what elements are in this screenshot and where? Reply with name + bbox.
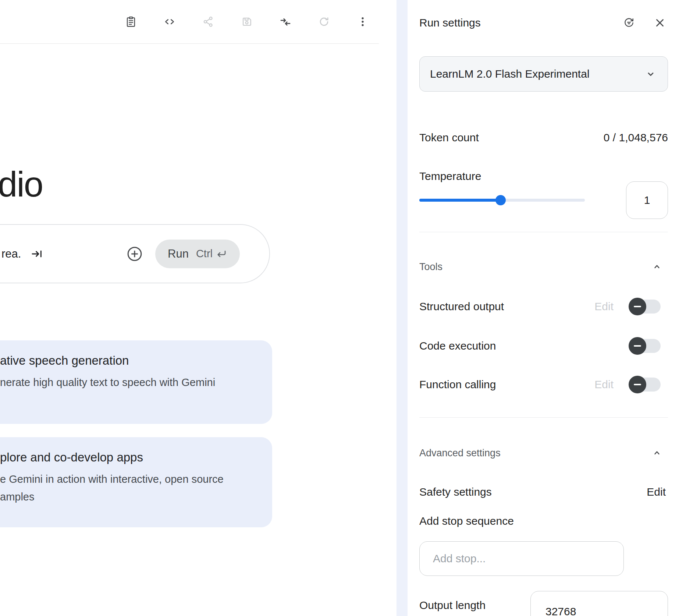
token-count-label: Token count (419, 131, 479, 144)
run-shortcut: Ctrl (196, 248, 227, 260)
toggle-knob-off-icon (629, 376, 646, 393)
divider (419, 232, 668, 232)
function-calling-label: Function calling (419, 378, 496, 391)
chevron-down-icon (644, 67, 657, 81)
safety-settings-edit-button[interactable]: Edit (647, 486, 666, 498)
enter-key-icon (216, 248, 227, 260)
temperature-value-input[interactable] (626, 181, 668, 219)
stop-sequence-label-row: Add stop sequence (419, 511, 668, 531)
run-button-label: Run (168, 247, 189, 261)
main-area: dio rea. Run Ctrl ative speech generatio… (0, 0, 397, 616)
temperature-slider[interactable] (419, 181, 585, 219)
card-description-line: e Gemini in action with interactive, ope… (0, 470, 257, 488)
code-execution-label: Code execution (419, 340, 496, 352)
safety-settings-label: Safety settings (419, 486, 492, 498)
temperature-label: Temperature (419, 170, 481, 183)
main-toolbar (0, 0, 379, 44)
chevron-up-icon (651, 447, 663, 459)
stop-sequence-label: Add stop sequence (419, 515, 514, 527)
card-description-line: amples (0, 488, 257, 506)
structured-output-row: Structured output Edit (419, 297, 668, 316)
reset-settings-icon[interactable] (621, 15, 637, 31)
chevron-up-icon (651, 261, 663, 273)
card-title: ative speech generation (0, 354, 257, 368)
slider-fill (419, 199, 501, 202)
structured-output-edit-button: Edit (594, 300, 614, 313)
model-selector[interactable]: LearnLM 2.0 Flash Experimental (419, 56, 668, 92)
token-count-value: 0 / 1,048,576 (604, 131, 668, 144)
model-selector-value: LearnLM 2.0 Flash Experimental (430, 68, 590, 80)
plus-circle-icon (126, 245, 143, 262)
prompt-placeholder-fragment: rea. (1, 247, 43, 261)
stop-sequence-input[interactable] (419, 541, 624, 576)
prompt-input[interactable]: rea. Run Ctrl (0, 224, 270, 283)
card-title: plore and co-develop apps (0, 450, 257, 464)
structured-output-label: Structured output (419, 300, 504, 313)
tab-key-icon (31, 248, 43, 260)
safety-settings-row: Safety settings Edit (419, 482, 668, 502)
clipboard-icon[interactable] (124, 14, 138, 29)
code-execution-toggle[interactable] (630, 339, 661, 353)
token-count-row: Token count 0 / 1,048,576 (419, 127, 668, 148)
structured-output-toggle[interactable] (630, 300, 661, 314)
toggle-knob-off-icon (629, 298, 646, 315)
output-length-input[interactable] (530, 591, 668, 616)
card-description-line: nerate high quality text to speech with … (0, 374, 257, 391)
toggle-knob-off-icon (629, 337, 646, 355)
tools-section-label: Tools (419, 261, 442, 273)
close-icon[interactable] (652, 15, 668, 31)
slider-knob[interactable] (495, 195, 506, 205)
divider (419, 417, 668, 418)
suggestion-card-speech[interactable]: ative speech generation nerate high qual… (0, 340, 272, 424)
app-root: dio rea. Run Ctrl ative speech generatio… (0, 0, 679, 616)
prompt-text: rea. (1, 247, 21, 261)
function-calling-row: Function calling Edit (419, 375, 668, 394)
code-icon[interactable] (162, 14, 177, 29)
share-icon (201, 14, 216, 29)
panel-title: Run settings (419, 17, 481, 29)
refresh-icon (317, 14, 331, 29)
run-button[interactable]: Run Ctrl (155, 240, 240, 268)
save-icon (239, 14, 254, 29)
function-calling-edit-button: Edit (594, 378, 614, 391)
function-calling-toggle[interactable] (630, 378, 661, 392)
compare-icon[interactable] (278, 14, 293, 29)
output-length-label: Output length (419, 599, 486, 612)
card-description: e Gemini in action with interactive, ope… (0, 470, 257, 506)
run-settings-panel: Run settings LearnLM 2.0 Flash Experimen… (408, 0, 679, 616)
panel-header: Run settings (419, 14, 668, 32)
card-description: nerate high quality text to speech with … (0, 374, 257, 391)
suggestion-card-apps[interactable]: plore and co-develop apps e Gemini in ac… (0, 437, 272, 527)
more-vert-icon[interactable] (355, 14, 370, 29)
run-shortcut-label: Ctrl (196, 248, 213, 260)
panel-gap-strip (397, 0, 408, 616)
temperature-row (419, 181, 668, 219)
advanced-settings-label: Advanced settings (419, 447, 501, 459)
advanced-settings-header[interactable]: Advanced settings (419, 443, 668, 463)
slider-track[interactable] (419, 199, 585, 202)
tools-section-header[interactable]: Tools (419, 257, 668, 276)
code-execution-row: Code execution (419, 336, 668, 355)
page-heading-fragment: dio (0, 165, 43, 204)
add-media-button[interactable] (126, 245, 143, 262)
